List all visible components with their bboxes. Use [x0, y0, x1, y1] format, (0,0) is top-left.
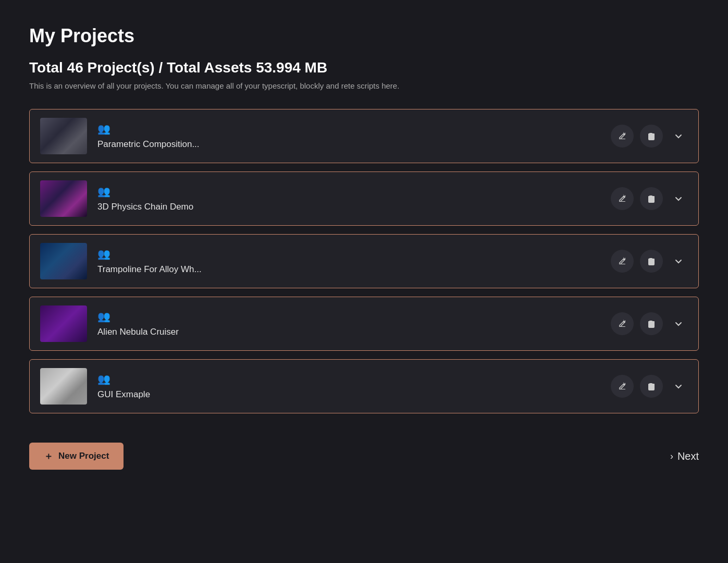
projects-list: 👥 Parametric Composition...: [29, 109, 699, 422]
trash-icon-4: [648, 320, 655, 328]
arrow-right-icon: ›: [670, 451, 673, 462]
bottom-bar: ＋ New Project › Next: [29, 443, 699, 470]
project-info-1: 👥 Parametric Composition...: [97, 123, 611, 150]
delete-button-5[interactable]: [640, 375, 663, 398]
edit-button-5[interactable]: [611, 375, 634, 398]
chevron-down-icon-3: [674, 257, 683, 265]
svg-rect-12: [619, 326, 625, 327]
expand-button-5[interactable]: [669, 377, 688, 396]
next-button[interactable]: › Next: [670, 450, 699, 462]
chevron-down-icon-2: [674, 194, 683, 203]
svg-rect-1: [648, 133, 655, 134]
new-project-button[interactable]: ＋ New Project: [29, 443, 124, 470]
project-type-icon-4: 👥: [97, 310, 611, 323]
project-actions-2: [611, 187, 688, 210]
project-actions-3: [611, 250, 688, 273]
delete-button-4[interactable]: [640, 312, 663, 335]
trash-icon-2: [648, 194, 655, 203]
delete-button-2[interactable]: [640, 187, 663, 210]
pencil-icon-2: [618, 194, 626, 203]
expand-button-3[interactable]: [669, 252, 688, 271]
project-type-icon-5: 👥: [97, 373, 611, 385]
delete-button-3[interactable]: [640, 250, 663, 273]
project-card-3: 👥 Trampoline For Alloy Wh...: [29, 234, 699, 288]
pencil-icon-4: [618, 320, 626, 328]
svg-rect-0: [619, 139, 625, 139]
project-thumbnail-1: [40, 118, 87, 154]
project-info-4: 👥 Alien Nebula Cruiser: [97, 310, 611, 337]
project-type-icon-1: 👥: [97, 123, 611, 135]
stats-title: Total 46 Project(s) / Total Assets 53.99…: [29, 59, 699, 76]
trash-icon-5: [648, 382, 655, 390]
chevron-down-icon-1: [674, 132, 683, 140]
svg-rect-17: [648, 384, 655, 385]
plus-icon: ＋: [44, 450, 53, 462]
page-description: This is an overview of all your projects…: [29, 81, 699, 90]
trash-icon-3: [648, 257, 655, 265]
delete-button-1[interactable]: [640, 125, 663, 148]
svg-rect-13: [648, 321, 655, 322]
pencil-icon-3: [618, 257, 626, 265]
project-info-2: 👥 3D Physics Chain Demo: [97, 185, 611, 212]
pencil-icon-1: [618, 132, 626, 140]
project-type-icon-3: 👥: [97, 248, 611, 260]
project-type-icon-2: 👥: [97, 185, 611, 198]
project-name-5: GUI Exmaple: [97, 389, 611, 400]
edit-button-2[interactable]: [611, 187, 634, 210]
project-thumbnail-4: [40, 305, 87, 342]
svg-rect-9: [648, 259, 655, 260]
svg-rect-16: [619, 389, 625, 389]
expand-button-1[interactable]: [669, 127, 688, 145]
expand-button-2[interactable]: [669, 189, 688, 208]
trash-icon-1: [648, 132, 655, 140]
next-label: Next: [677, 450, 699, 462]
chevron-down-icon-4: [674, 320, 683, 328]
project-thumbnail-5: [40, 368, 87, 405]
edit-button-3[interactable]: [611, 250, 634, 273]
pencil-icon-5: [618, 382, 626, 390]
project-card-1: 👥 Parametric Composition...: [29, 109, 699, 163]
page-title: My Projects: [29, 25, 699, 47]
project-name-4: Alien Nebula Cruiser: [97, 327, 611, 337]
project-card-4: 👥 Alien Nebula Cruiser: [29, 297, 699, 351]
project-name-3: Trampoline For Alloy Wh...: [97, 264, 611, 275]
edit-button-4[interactable]: [611, 312, 634, 335]
project-card-5: 👥 GUI Exmaple: [29, 359, 699, 413]
project-actions-1: [611, 125, 688, 148]
project-info-5: 👥 GUI Exmaple: [97, 373, 611, 400]
project-actions-4: [611, 312, 688, 335]
project-name-1: Parametric Composition...: [97, 139, 611, 150]
svg-rect-5: [648, 196, 655, 197]
project-name-2: 3D Physics Chain Demo: [97, 202, 611, 212]
project-thumbnail-3: [40, 243, 87, 279]
expand-button-4[interactable]: [669, 314, 688, 333]
edit-button-1[interactable]: [611, 125, 634, 148]
svg-rect-8: [619, 264, 625, 264]
project-actions-5: [611, 375, 688, 398]
project-thumbnail-2: [40, 180, 87, 217]
project-card-2: 👥 3D Physics Chain Demo: [29, 172, 699, 226]
chevron-down-icon-5: [674, 382, 683, 390]
new-project-label: New Project: [58, 451, 109, 461]
svg-rect-4: [619, 201, 625, 202]
project-info-3: 👥 Trampoline For Alloy Wh...: [97, 248, 611, 275]
